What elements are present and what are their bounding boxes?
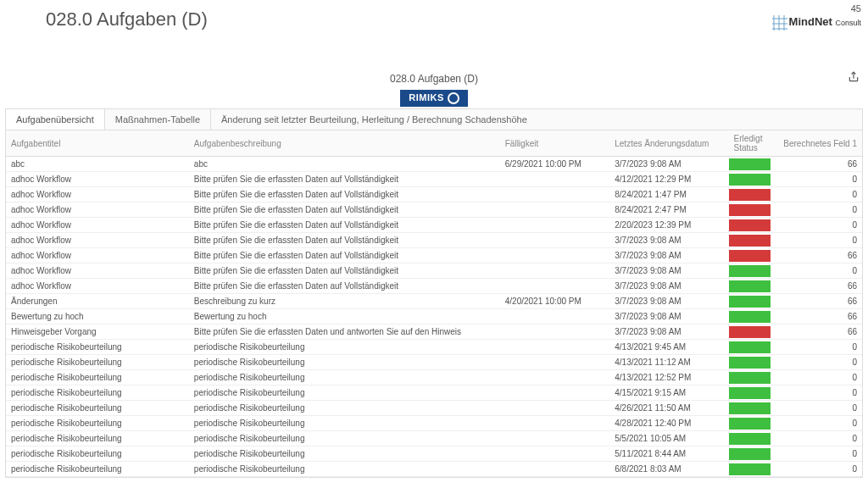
cell-due — [500, 202, 610, 218]
table-row[interactable]: adhoc WorkflowBitte prüfen Sie die erfas… — [6, 172, 862, 187]
cell-title: periodische Risikobeurteilung — [6, 462, 189, 477]
col-beschreibung[interactable]: Aufgabenbeschreibung — [189, 130, 500, 157]
table-row[interactable]: adhoc WorkflowBitte prüfen Sie die erfas… — [6, 218, 862, 233]
cell-desc: abc — [189, 157, 500, 172]
status-badge — [729, 311, 771, 323]
col-aenderungsdatum[interactable]: Letztes Änderungsdatum — [609, 130, 728, 157]
cell-change: 5/11/2021 8:44 AM — [609, 446, 728, 462]
cell-status — [729, 355, 771, 370]
tab-aufgabenuebersicht[interactable]: Aufgabenübersicht — [6, 109, 105, 130]
cell-status — [729, 431, 771, 446]
tab-aenderung[interactable]: Änderung seit letzter Beurteilung, Herle… — [211, 109, 862, 130]
status-badge — [729, 402, 771, 414]
cell-calc: 0 — [771, 401, 862, 416]
col-berechnet[interactable]: Berechnetes Feld 1 — [771, 130, 862, 157]
cell-desc: Bitte prüfen Sie die erfassten Daten auf… — [189, 202, 500, 218]
tab-massnahmen[interactable]: Maßnahmen-Tabelle — [105, 109, 211, 130]
cell-change: 4/13/2021 11:12 AM — [609, 355, 728, 370]
cell-desc: periodische Risikobeurteilung — [189, 355, 500, 370]
status-badge — [729, 372, 771, 384]
cell-calc: 0 — [771, 370, 862, 385]
cell-desc: Bewertung zu hoch — [189, 309, 500, 324]
cell-calc: 0 — [771, 355, 862, 370]
table-row[interactable]: periodische Risikobeurteilungperiodische… — [6, 355, 862, 370]
status-badge — [729, 326, 771, 338]
status-badge — [729, 448, 771, 460]
table-row[interactable]: Bewertung zu hochBewertung zu hoch3/7/20… — [6, 309, 862, 324]
cell-status — [729, 279, 771, 294]
cell-due — [500, 279, 610, 294]
cell-change: 3/7/2023 9:08 AM — [609, 324, 728, 340]
cell-status — [729, 157, 771, 172]
cell-due — [500, 370, 610, 385]
cell-due — [500, 431, 610, 446]
table-row[interactable]: Hinweisgeber VorgangBitte prüfen Sie die… — [6, 324, 862, 340]
cell-change: 8/24/2021 1:47 PM — [609, 187, 728, 202]
cell-calc: 66 — [771, 279, 862, 294]
cell-status — [729, 294, 771, 309]
cell-status — [729, 340, 771, 355]
share-icon[interactable] — [848, 71, 860, 86]
cell-desc: Bitte prüfen Sie die erfassten Daten auf… — [189, 187, 500, 202]
cell-change: 8/24/2021 2:47 PM — [609, 202, 728, 218]
cell-status — [729, 401, 771, 416]
cell-desc: Bitte prüfen Sie die erfassten Daten auf… — [189, 172, 500, 187]
cell-change: 4/26/2021 11:50 AM — [609, 401, 728, 416]
cell-desc: Bitte prüfen Sie die erfassten Daten auf… — [189, 233, 500, 248]
table-row[interactable]: adhoc WorkflowBitte prüfen Sie die erfas… — [6, 187, 862, 202]
table-row[interactable]: periodische Risikobeurteilungperiodische… — [6, 446, 862, 462]
cell-desc: periodische Risikobeurteilung — [189, 385, 500, 401]
table-row[interactable]: adhoc WorkflowBitte prüfen Sie die erfas… — [6, 233, 862, 248]
table-row[interactable]: adhoc WorkflowBitte prüfen Sie die erfas… — [6, 263, 862, 279]
table-row[interactable]: adhoc WorkflowBitte prüfen Sie die erfas… — [6, 202, 862, 218]
table-row[interactable]: periodische Risikobeurteilungperiodische… — [6, 385, 862, 401]
col-status[interactable]: Erledigt Status — [729, 130, 771, 157]
status-badge — [729, 250, 771, 262]
cell-calc: 0 — [771, 202, 862, 218]
table-row[interactable]: periodische Risikobeurteilungperiodische… — [6, 462, 862, 477]
cell-status — [729, 370, 771, 385]
cell-change: 3/7/2023 9:08 AM — [609, 279, 728, 294]
cell-title: adhoc Workflow — [6, 248, 189, 263]
status-badge — [729, 235, 771, 247]
col-faelligkeit[interactable]: Fälligkeit — [500, 130, 610, 157]
status-badge — [729, 296, 771, 308]
cell-calc: 0 — [771, 187, 862, 202]
cell-desc: Beschreibung zu kurz — [189, 294, 500, 309]
cell-change: 4/28/2021 12:40 PM — [609, 416, 728, 431]
table-row[interactable]: adhoc WorkflowBitte prüfen Sie die erfas… — [6, 279, 862, 294]
cell-change: 4/12/2021 12:29 PM — [609, 172, 728, 187]
col-aufgabentitel[interactable]: Aufgabentitel — [6, 130, 189, 157]
table-row[interactable]: periodische Risikobeurteilungperiodische… — [6, 401, 862, 416]
table-row[interactable]: periodische Risikobeurteilungperiodische… — [6, 340, 862, 355]
cell-change: 3/7/2023 9:08 AM — [609, 263, 728, 279]
cell-change: 6/8/2021 8:03 AM — [609, 462, 728, 477]
table-row[interactable]: ÄnderungenBeschreibung zu kurz4/20/2021 … — [6, 294, 862, 309]
cell-title: abc — [6, 157, 189, 172]
cell-title: Hinweisgeber Vorgang — [6, 324, 189, 340]
cell-status — [729, 202, 771, 218]
cell-title: periodische Risikobeurteilung — [6, 370, 189, 385]
cell-calc: 0 — [771, 340, 862, 355]
cell-due — [500, 355, 610, 370]
status-badge — [729, 387, 771, 399]
cell-due — [500, 416, 610, 431]
cell-due — [500, 309, 610, 324]
status-badge — [729, 204, 771, 216]
table-row[interactable]: periodische Risikobeurteilungperiodische… — [6, 431, 862, 446]
table-row[interactable]: adhoc WorkflowBitte prüfen Sie die erfas… — [6, 248, 862, 263]
cell-change: 4/15/2021 9:15 AM — [609, 385, 728, 401]
cell-desc: Bitte prüfen Sie die erfassten Daten auf… — [189, 263, 500, 279]
grid-icon — [772, 15, 787, 30]
table-row[interactable]: periodische Risikobeurteilungperiodische… — [6, 416, 862, 431]
cell-title: periodische Risikobeurteilung — [6, 355, 189, 370]
cell-title: adhoc Workflow — [6, 279, 189, 294]
cell-desc: periodische Risikobeurteilung — [189, 446, 500, 462]
cell-title: Änderungen — [6, 294, 189, 309]
table-row[interactable]: periodische Risikobeurteilungperiodische… — [6, 370, 862, 385]
table-row[interactable]: abcabc6/29/2021 10:00 PM3/7/2023 9:08 AM… — [6, 157, 862, 172]
report-brand-bar: RIMIKS — [0, 90, 868, 107]
cell-due — [500, 462, 610, 477]
rimiks-logo: RIMIKS — [400, 90, 468, 107]
cell-calc: 66 — [771, 324, 862, 340]
